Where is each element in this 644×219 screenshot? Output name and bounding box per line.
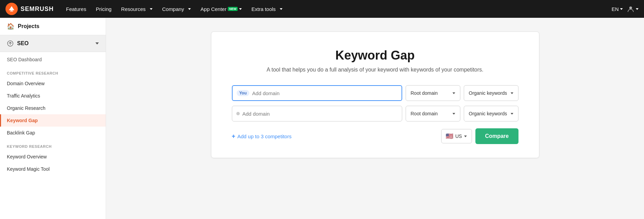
seo-chevron-icon — [95, 42, 99, 44]
user-chevron-icon — [636, 8, 639, 10]
company-chevron-icon — [188, 8, 191, 10]
nav-features[interactable]: Features — [62, 4, 90, 14]
svg-point-1 — [629, 7, 632, 9]
you-badge: You — [237, 90, 250, 96]
app-center-badge: NEW — [228, 7, 238, 11]
seo-left: SEO — [7, 40, 29, 47]
sidebar-item-keyword-overview[interactable]: Keyword Overview — [0, 151, 106, 163]
language-selector[interactable]: EN — [612, 6, 623, 12]
user-icon — [627, 5, 634, 13]
keyword-gap-card: Keyword Gap A tool that helps you do a f… — [211, 31, 539, 158]
add-competitors-label: Add up to 3 competitors — [237, 133, 291, 139]
lang-chevron-icon — [620, 8, 623, 10]
nav-right: EN — [612, 5, 639, 13]
nav-company[interactable]: Company — [158, 4, 195, 14]
secondary-keyword-type-chevron-icon — [511, 113, 513, 115]
add-competitors-button[interactable]: + Add up to 3 competitors — [232, 133, 292, 140]
sidebar-projects[interactable]: 🏠 Projects — [0, 18, 106, 35]
country-select[interactable]: 🇺🇸 US — [441, 129, 472, 143]
seo-icon — [7, 40, 14, 47]
primary-keyword-type-select[interactable]: Organic keywords — [464, 85, 518, 101]
app-center-chevron-icon — [239, 8, 242, 10]
sidebar-item-backlink-gap[interactable]: Backlink Gap — [0, 127, 106, 139]
seo-label: SEO — [17, 40, 29, 47]
primary-domain-input[interactable] — [252, 90, 397, 96]
sidebar-seo-dashboard[interactable]: SEO Dashboard — [0, 52, 106, 66]
top-navigation: SEMRUSH Features Pricing Resources Compa… — [0, 0, 644, 18]
secondary-keyword-type-select[interactable]: Organic keywords — [464, 106, 518, 121]
card-subtitle: A tool that helps you do a full analysis… — [232, 67, 518, 73]
secondary-domain-type-label: Root domain — [411, 111, 438, 116]
us-flag-icon: 🇺🇸 — [446, 132, 453, 140]
country-chevron-icon — [464, 136, 467, 137]
primary-domain-type-select[interactable]: Root domain — [406, 85, 460, 101]
secondary-domain-input[interactable] — [242, 111, 398, 117]
sidebar: 🏠 Projects SEO SEO Dashboard COMPETITIVE… — [0, 18, 106, 219]
country-code-label: US — [455, 133, 462, 139]
nav-pricing[interactable]: Pricing — [92, 4, 116, 14]
secondary-keyword-type-label: Organic keywords — [469, 111, 507, 116]
sidebar-item-keyword-magic-tool[interactable]: Keyword Magic Tool — [0, 163, 106, 175]
bottom-right: 🇺🇸 US Compare — [441, 128, 518, 144]
sidebar-item-domain-overview[interactable]: Domain Overview — [0, 77, 106, 90]
keyword-research-section: KEYWORD RESEARCH — [0, 139, 106, 151]
primary-keyword-type-label: Organic keywords — [469, 90, 507, 96]
sidebar-item-traffic-analytics[interactable]: Traffic Analytics — [0, 90, 106, 102]
primary-domain-type-label: Root domain — [411, 90, 438, 96]
bottom-row: + Add up to 3 competitors 🇺🇸 US Compare — [232, 128, 518, 144]
nav-app-center[interactable]: App Center NEW — [196, 4, 246, 14]
domain-dot-icon — [236, 112, 240, 115]
nav-resources[interactable]: Resources — [117, 4, 157, 14]
app-layout: 🏠 Projects SEO SEO Dashboard COMPETITIVE… — [0, 18, 644, 219]
secondary-domain-input-wrapper — [232, 106, 402, 121]
secondary-domain-type-select[interactable]: Root domain — [406, 106, 460, 121]
card-title: Keyword Gap — [232, 48, 518, 63]
nav-extra-tools[interactable]: Extra tools — [247, 4, 287, 14]
sidebar-seo-header[interactable]: SEO — [0, 35, 106, 52]
compare-button[interactable]: Compare — [475, 128, 518, 144]
user-menu[interactable] — [627, 5, 639, 13]
plus-icon: + — [232, 133, 236, 140]
projects-label: Projects — [18, 23, 39, 29]
primary-keyword-type-chevron-icon — [511, 92, 513, 94]
sidebar-item-keyword-gap[interactable]: Keyword Gap — [0, 114, 106, 127]
primary-domain-type-chevron-icon — [452, 92, 455, 94]
nav-links: Features Pricing Resources Company App C… — [62, 4, 612, 14]
resources-chevron-icon — [150, 8, 153, 10]
secondary-domain-row: Root domain Organic keywords — [232, 106, 518, 121]
competitive-research-section: COMPETITIVE RESEARCH — [0, 66, 106, 77]
primary-domain-input-wrapper: You — [232, 85, 402, 101]
sidebar-item-organic-research[interactable]: Organic Research — [0, 102, 106, 114]
extra-tools-chevron-icon — [280, 8, 282, 10]
secondary-domain-type-chevron-icon — [452, 113, 455, 115]
logo[interactable]: SEMRUSH — [5, 3, 54, 15]
logo-text: SEMRUSH — [21, 5, 54, 13]
main-content: Keyword Gap A tool that helps you do a f… — [106, 18, 644, 219]
home-icon: 🏠 — [7, 23, 14, 30]
primary-domain-row: You Root domain Organic keywords — [232, 85, 518, 101]
